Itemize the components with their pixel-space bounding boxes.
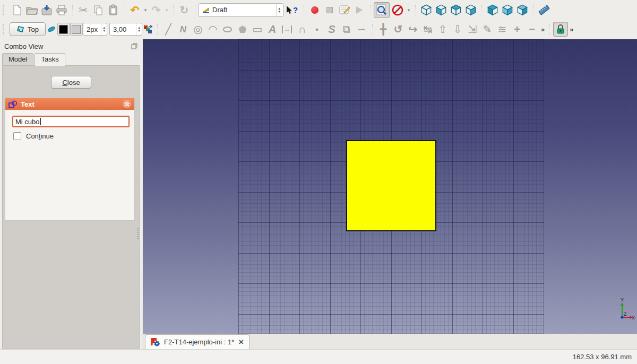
toolbar-drag-handle[interactable]: [3, 24, 6, 34]
toolbar-draft: Top 2px ▴▾ 3,00 ▴▾ ╱ N ◎ ◠ ▭ A ↔ ∩ ● S ⧉…: [0, 20, 637, 39]
workbench-selector[interactable]: Draft ▴▾: [199, 3, 283, 17]
text-task-header[interactable]: Text: [5, 98, 134, 110]
upgrade-icon: ⇧: [438, 24, 447, 34]
macro-edit-button[interactable]: [337, 3, 352, 18]
save-document-button[interactable]: [39, 3, 54, 18]
apply-style-button[interactable]: [142, 22, 154, 37]
line-width-spinbox[interactable]: 2px ▴▾: [83, 23, 107, 36]
toolbar-drag-handle[interactable]: [3, 5, 6, 15]
fit-all-button[interactable]: [374, 2, 390, 18]
view-front-button[interactable]: [434, 3, 449, 18]
draft-delete-point-button[interactable]: −: [524, 22, 539, 37]
continue-checkbox[interactable]: [13, 132, 21, 140]
draft-text-button[interactable]: A: [265, 22, 280, 37]
draft-ellipse-button[interactable]: [220, 22, 235, 37]
font-size-spinbox[interactable]: 3,00 ▴▾: [109, 23, 142, 36]
draft-bezier-button[interactable]: ∽: [354, 22, 369, 37]
view-rear-button[interactable]: [485, 3, 500, 18]
3d-viewport[interactable]: Y X Z: [142, 39, 637, 334]
view-axonometric-button[interactable]: [419, 3, 434, 18]
front-cube-icon: [434, 3, 448, 17]
draft-arc-button[interactable]: ◠: [205, 22, 220, 37]
working-plane-button[interactable]: Top: [10, 22, 46, 36]
draft-rectangle-button[interactable]: ▭: [250, 22, 265, 37]
draft-trimex-button[interactable]: ↹: [420, 22, 435, 37]
view-left-button[interactable]: [515, 3, 530, 18]
toggle-construction-mode-button[interactable]: [46, 22, 57, 37]
copy-button[interactable]: [91, 3, 106, 18]
text-input[interactable]: Mi cubo: [12, 116, 130, 127]
draft-downgrade-button[interactable]: ⇩: [450, 22, 465, 37]
continue-label[interactable]: Continue: [26, 132, 54, 140]
undo-button[interactable]: ↶: [127, 3, 142, 18]
offset-icon: ↪: [409, 24, 418, 34]
close-task-button[interactable]: Close: [51, 76, 91, 89]
draft-scale-button[interactable]: ⇲: [465, 22, 480, 37]
measure-distance-button[interactable]: [537, 3, 552, 18]
toolbar-standard: ✂ ↶ ▾ ↷ ▾ ↻ Draft ▴▾ ?: [0, 0, 637, 20]
open-folder-icon: [25, 4, 38, 16]
macro-stop-button[interactable]: [322, 3, 337, 18]
draw-style-dropdown-arrow[interactable]: ▾: [406, 7, 412, 13]
toolbar-overflow-button[interactable]: »: [539, 25, 546, 33]
draft-circle-button[interactable]: ◎: [191, 22, 205, 37]
draft-facebinder-button[interactable]: ⧉: [339, 22, 354, 37]
draft-line-button[interactable]: ╱: [161, 22, 176, 37]
draft-point-button[interactable]: ●: [309, 22, 324, 37]
cut-button[interactable]: ✂: [76, 3, 91, 18]
collapse-task-icon[interactable]: [123, 100, 131, 108]
draft-rectangle-object[interactable]: [346, 140, 436, 231]
tab-tasks[interactable]: Tasks: [35, 53, 65, 66]
draft-wire-to-bspline-button[interactable]: ≋: [495, 22, 510, 37]
toolbar-separator: [481, 5, 482, 15]
combo-view-panel: Combo View Model Tasks Close Text Mi cub…: [0, 39, 142, 349]
edit-macro-icon: [338, 4, 351, 16]
face-color-button[interactable]: [70, 23, 83, 36]
print-button[interactable]: [54, 3, 69, 18]
float-panel-icon[interactable]: [131, 43, 137, 49]
fit-all-icon: [376, 4, 388, 16]
draft-upgrade-button[interactable]: ⇧: [435, 22, 450, 37]
draft-edit-button[interactable]: ✎: [480, 22, 495, 37]
workbench-selector-arrows[interactable]: ▴▾: [276, 4, 282, 16]
view-right-button[interactable]: [463, 3, 478, 18]
macro-execute-button[interactable]: [352, 3, 367, 18]
axis-z-label: Z: [624, 311, 627, 317]
draw-style-button[interactable]: [390, 3, 406, 18]
line-icon: ╱: [165, 24, 171, 34]
draft-add-point-button[interactable]: +: [510, 22, 524, 37]
open-document-button[interactable]: [24, 3, 39, 18]
draft-rotate-button[interactable]: ↺: [391, 22, 406, 37]
draft-bspline-button[interactable]: ∩: [295, 22, 309, 37]
cursor-icon: [286, 6, 293, 14]
draft-offset-button[interactable]: ↪: [406, 22, 420, 37]
axonometric-cube-icon: [419, 3, 433, 17]
document-tab[interactable]: F2-T14-ejemplo-ini : 1* ×: [145, 334, 249, 349]
draft-move-button[interactable]: ╋: [376, 22, 391, 37]
whatsthis-button[interactable]: ?: [283, 3, 300, 18]
macro-record-button[interactable]: [307, 3, 322, 18]
dimension-icon: ↔: [282, 25, 292, 33]
redo-dropdown-arrow[interactable]: ▾: [163, 7, 170, 13]
draft-wire-button[interactable]: N: [176, 22, 191, 37]
panel-splitter-handle[interactable]: [137, 228, 140, 239]
draft-shapestring-button[interactable]: S: [324, 22, 339, 37]
stop-icon: [326, 7, 333, 13]
new-document-button[interactable]: [10, 3, 24, 18]
toggle-grid-lock-button[interactable]: [553, 22, 568, 37]
refresh-button[interactable]: ↻: [177, 3, 192, 18]
tasks-panel: Close Text Mi cubo Continue: [2, 65, 140, 349]
close-document-icon[interactable]: ×: [238, 337, 244, 346]
tab-model[interactable]: Model: [2, 53, 33, 65]
line-color-button[interactable]: [57, 23, 70, 36]
line-color-swatch: [59, 25, 68, 34]
view-bottom-button[interactable]: [500, 3, 515, 18]
undo-dropdown-arrow[interactable]: ▾: [142, 7, 149, 13]
paste-button[interactable]: [106, 3, 120, 18]
draft-polygon-button[interactable]: [235, 22, 250, 37]
combo-view-title: Combo View: [4, 42, 131, 50]
view-top-button[interactable]: [449, 3, 463, 18]
draft-dimension-button[interactable]: ↔: [280, 22, 295, 37]
toolbar-overflow-button[interactable]: »: [568, 25, 575, 33]
redo-button[interactable]: ↷: [149, 3, 163, 18]
